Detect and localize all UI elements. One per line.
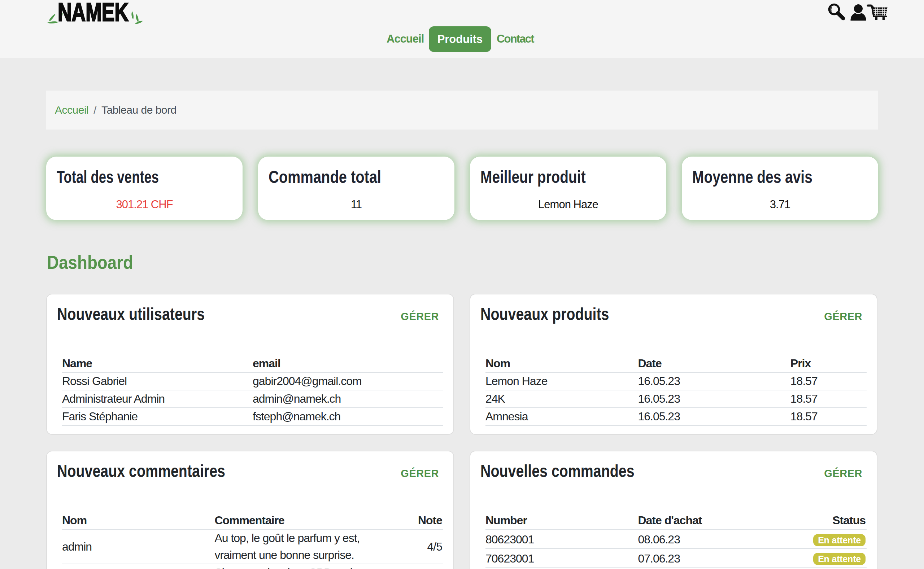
svg-text:NAMEK: NAMEK (58, 0, 128, 26)
